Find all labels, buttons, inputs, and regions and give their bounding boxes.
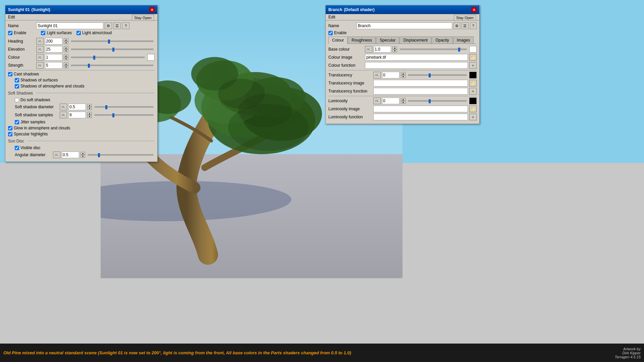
translucency-anim[interactable]: /A. — [373, 72, 381, 78]
luminosity-image-input[interactable] — [373, 106, 468, 112]
colour-spin-down[interactable]: ▼ — [64, 57, 68, 60]
colour-anim-button[interactable]: /A. — [36, 54, 44, 61]
tab-images[interactable]: Images — [453, 37, 474, 44]
translucency-slider[interactable] — [408, 74, 467, 76]
colour-image-folder-button[interactable]: 📁 — [469, 54, 477, 61]
base-colour-slider[interactable] — [400, 49, 467, 50]
light-atmo-checkbox[interactable] — [76, 31, 81, 35]
sunlight-settings-icon[interactable]: ⚙ — [105, 22, 112, 29]
soft-shadow-samples-spin-down[interactable]: ▼ — [87, 115, 92, 118]
base-colour-spin-up[interactable]: ▲ — [392, 46, 397, 49]
angular-diameter-spin-down[interactable]: ▼ — [80, 155, 85, 158]
strength-input[interactable] — [45, 62, 62, 69]
branch-name-input[interactable] — [357, 22, 452, 29]
strength-anim-button[interactable]: /A. — [36, 62, 44, 69]
colour-image-input[interactable] — [365, 54, 468, 61]
tab-opacity[interactable]: Opacity — [432, 37, 453, 44]
heading-spin-up[interactable]: ▲ — [64, 38, 68, 41]
branch-settings-icon[interactable]: ⚙ — [453, 22, 460, 29]
glow-checkbox[interactable] — [8, 126, 12, 130]
tab-displacement[interactable]: Displacement — [399, 37, 431, 44]
angular-diameter-slider[interactable] — [88, 154, 153, 156]
light-surfaces-checkbox[interactable] — [41, 31, 45, 35]
luminosity-spin-up[interactable]: ▲ — [401, 98, 406, 101]
soft-shadow-diameter-slider[interactable] — [95, 106, 153, 108]
visible-disc-checkbox[interactable] — [15, 146, 19, 150]
luminosity-color-swatch[interactable] — [469, 98, 477, 104]
heading-slider[interactable] — [71, 41, 153, 42]
tab-specular[interactable]: Specular — [376, 37, 399, 44]
translucency-spin-down[interactable]: ▼ — [401, 75, 406, 78]
elevation-spin-down[interactable]: ▼ — [64, 49, 68, 52]
base-colour-spin-down[interactable]: ▼ — [392, 49, 397, 52]
translucency-input[interactable] — [382, 72, 399, 78]
translucency-image-input[interactable] — [373, 80, 468, 86]
translucency-image-folder-button[interactable]: 📁 — [469, 80, 477, 86]
branch-list-icon[interactable]: ☰ — [462, 22, 468, 29]
colour-function-add-button[interactable]: + — [469, 62, 477, 69]
branch-enable-checkbox[interactable] — [328, 31, 333, 35]
strength-spin-up[interactable]: ▲ — [64, 62, 68, 65]
soft-shadow-samples-input[interactable] — [68, 112, 86, 118]
sunlight-help-icon[interactable]: ? — [122, 22, 129, 29]
angular-diameter-anim[interactable]: /A. — [53, 152, 60, 158]
luminosity-function-add-button[interactable]: + — [469, 114, 477, 120]
heading-spin-down[interactable]: ▼ — [64, 41, 68, 44]
angular-diameter-input[interactable] — [62, 152, 79, 158]
light-atmo-check: Light atmo/cloud — [76, 31, 112, 35]
branch-close-button[interactable]: ✕ — [471, 7, 477, 12]
jitter-samples-checkbox[interactable] — [15, 120, 19, 124]
soft-shadow-samples-slider[interactable] — [95, 114, 153, 116]
translucency-color-swatch[interactable] — [469, 72, 477, 78]
luminosity-spin-down[interactable]: ▼ — [401, 101, 406, 104]
soft-shadows-section-row: Soft Shadows — [8, 90, 155, 96]
elevation-anim-button[interactable]: /A. — [36, 46, 44, 53]
luminosity-slider[interactable] — [408, 100, 467, 102]
strength-slider[interactable] — [71, 65, 153, 66]
branch-edit-menu[interactable]: Edit — [328, 15, 335, 19]
luminosity-function-input[interactable] — [373, 114, 468, 120]
luminosity-image-folder-button[interactable]: 📁 — [469, 106, 477, 112]
elevation-slider[interactable] — [71, 49, 153, 50]
elevation-spin-up[interactable]: ▲ — [64, 46, 68, 49]
specular-checkbox[interactable] — [8, 132, 12, 136]
do-soft-shadows-checkbox[interactable] — [15, 98, 19, 102]
base-colour-anim[interactable]: /A. — [365, 46, 372, 53]
soft-shadow-diameter-spin-up[interactable]: ▲ — [87, 104, 92, 107]
base-colour-swatch[interactable] — [469, 46, 477, 53]
heading-input[interactable] — [45, 38, 62, 45]
angular-diameter-spin-up[interactable]: ▲ — [80, 152, 85, 155]
elevation-input[interactable] — [45, 46, 62, 53]
sunlight-enable-checkbox[interactable] — [8, 31, 12, 35]
sunlight-edit-menu[interactable]: Edit — [8, 15, 15, 19]
shadows-atmo-checkbox[interactable] — [15, 84, 19, 88]
soft-shadow-samples-spin-up[interactable]: ▲ — [87, 112, 92, 115]
colour-swatch[interactable] — [147, 54, 155, 61]
translucency-spin-up[interactable]: ▲ — [401, 72, 406, 75]
tab-roughness[interactable]: Roughness — [348, 37, 376, 44]
branch-help-icon[interactable]: ? — [470, 22, 477, 29]
luminosity-input[interactable] — [382, 98, 399, 104]
soft-shadow-diameter-anim[interactable]: /A. — [60, 104, 67, 110]
colour-function-input[interactable] — [365, 62, 468, 69]
heading-anim-button[interactable]: /A. — [36, 38, 44, 45]
soft-shadow-diameter-spin-down[interactable]: ▼ — [87, 107, 92, 110]
branch-stay-open-button[interactable]: Stay Open — [454, 15, 476, 21]
translucency-function-input[interactable] — [373, 88, 468, 95]
sunlight-list-icon[interactable]: ☰ — [113, 22, 121, 29]
translucency-function-add-button[interactable]: + — [469, 88, 477, 95]
sunlight-close-button[interactable]: ✕ — [149, 7, 155, 12]
sunlight-stay-open-button[interactable]: Stay Open — [132, 15, 154, 21]
tab-colour[interactable]: Colour — [328, 37, 347, 44]
luminosity-anim[interactable]: /A. — [373, 98, 381, 104]
colour-spin-up[interactable]: ▲ — [64, 54, 68, 57]
colour-slider[interactable] — [71, 57, 145, 58]
soft-shadow-samples-anim[interactable]: /A. — [60, 112, 67, 118]
base-colour-input[interactable] — [374, 46, 391, 53]
sunlight-name-input[interactable] — [36, 22, 103, 29]
cast-shadows-checkbox[interactable] — [8, 72, 12, 76]
shadows-surfaces-checkbox[interactable] — [15, 78, 19, 82]
soft-shadow-diameter-input[interactable] — [68, 104, 86, 110]
colour-input[interactable] — [45, 54, 62, 61]
strength-spin-down[interactable]: ▼ — [64, 65, 68, 68]
